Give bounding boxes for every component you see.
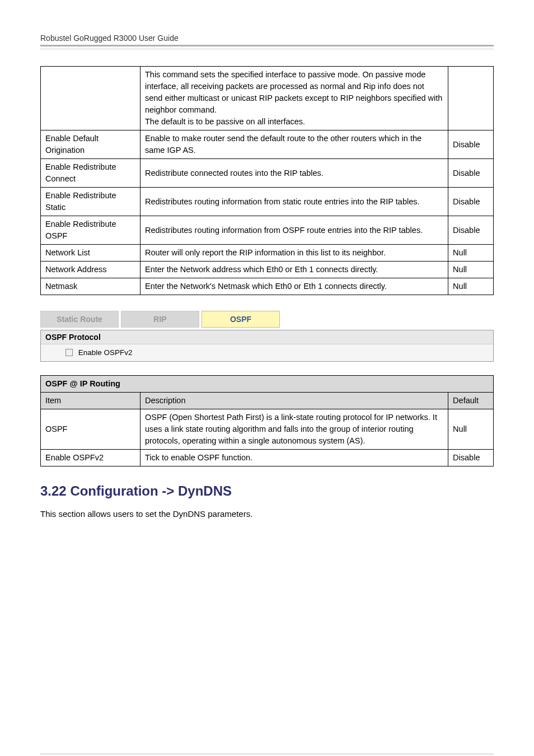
header-divider xyxy=(40,45,494,46)
cell-desc: Router will only report the RIP informat… xyxy=(140,245,448,262)
cell-desc: OSPF (Open Shortest Path First) is a lin… xyxy=(140,409,448,450)
header-item: Item xyxy=(41,393,140,409)
cell-default: Disable xyxy=(448,130,494,159)
table-row: Enable Redistribute Static Redistributes… xyxy=(41,188,494,216)
table-row: Enable Default Origination Enable to mak… xyxy=(41,130,494,159)
cell-name: Enable OSPFv2 xyxy=(41,450,140,466)
cell-name: Network List xyxy=(41,245,140,262)
header-default: Default xyxy=(448,393,494,409)
cell-name: Network Address xyxy=(41,262,140,278)
table-row: Network Address Enter the Network addres… xyxy=(41,262,494,278)
table-row: This command sets the specified interfac… xyxy=(41,67,494,130)
page-footer: RT_UG_R3000_v.2.0.0 17.01.2014 68 / 131 … xyxy=(40,754,494,756)
table-row: Enable OSPFv2 Tick to enable OSPF functi… xyxy=(41,450,494,466)
header-desc: Description xyxy=(140,393,448,409)
section-heading: 3.22 Configuration -> DynDNS xyxy=(40,483,494,499)
cell-desc: This command sets the specified interfac… xyxy=(140,67,448,130)
tab-ospf[interactable]: OSPF xyxy=(202,311,280,328)
cell-desc: Redistributes routing information from s… xyxy=(140,188,448,216)
cell-desc: Enable to make router send the default r… xyxy=(140,130,448,159)
cell-desc: Redistribute connected routes into the R… xyxy=(140,159,448,188)
page-header: Robustel GoRugged R3000 User Guide xyxy=(40,34,494,45)
section-intro: This section allows users to set the Dyn… xyxy=(40,509,494,519)
cell-default: Disable xyxy=(448,159,494,188)
cell-default: Null xyxy=(448,262,494,278)
rip-params-table: This command sets the specified interfac… xyxy=(40,66,494,295)
enable-ospfv2-checkbox[interactable] xyxy=(65,349,73,356)
cell-default: Disable xyxy=(448,450,494,466)
cell-desc: Tick to enable OSPF function. xyxy=(140,450,448,466)
header-divider-thin xyxy=(40,49,494,49)
cell-name: Netmask xyxy=(41,278,140,295)
cell-default: Null xyxy=(448,245,494,262)
panel-title: OSPF Protocol xyxy=(41,330,493,344)
cell-default: Null xyxy=(448,409,494,450)
table-caption: OSPF @ IP Routing xyxy=(41,376,494,393)
cell-default: Disable xyxy=(448,188,494,216)
table-caption-row: OSPF @ IP Routing xyxy=(41,376,494,393)
cell-desc: Enter the Network's Netmask which Eth0 o… xyxy=(140,278,448,295)
enable-ospfv2-label: Enable OSPFv2 xyxy=(78,348,133,357)
table-row: Enable Redistribute Connect Redistribute… xyxy=(41,159,494,188)
cell-default: Null xyxy=(448,278,494,295)
table-row: Netmask Enter the Network's Netmask whic… xyxy=(41,278,494,295)
cell-desc: Enter the Network address which Eth0 or … xyxy=(140,262,448,278)
cell-name: Enable Redistribute Static xyxy=(41,188,140,216)
table-header-row: Item Description Default xyxy=(41,393,494,409)
cell-name xyxy=(41,67,140,130)
tab-static-route[interactable]: Static Route xyxy=(40,311,119,328)
cell-name: Enable Redistribute OSPF xyxy=(41,216,140,245)
table-row: OSPF OSPF (Open Shortest Path First) is … xyxy=(41,409,494,450)
tab-strip: Static Route RIP OSPF xyxy=(40,311,494,328)
ospf-protocol-panel: OSPF Protocol Enable OSPFv2 xyxy=(40,330,494,362)
tab-rip[interactable]: RIP xyxy=(121,311,199,328)
cell-name: Enable Default Origination xyxy=(41,130,140,159)
cell-default xyxy=(448,67,494,130)
cell-name: OSPF xyxy=(41,409,140,450)
ospf-params-table: OSPF @ IP Routing Item Description Defau… xyxy=(40,375,494,466)
cell-default: Disable xyxy=(448,216,494,245)
table-row: Enable Redistribute OSPF Redistributes r… xyxy=(41,216,494,245)
cell-name: Enable Redistribute Connect xyxy=(41,159,140,188)
cell-desc: Redistributes routing information from O… xyxy=(140,216,448,245)
table-row: Network List Router will only report the… xyxy=(41,245,494,262)
